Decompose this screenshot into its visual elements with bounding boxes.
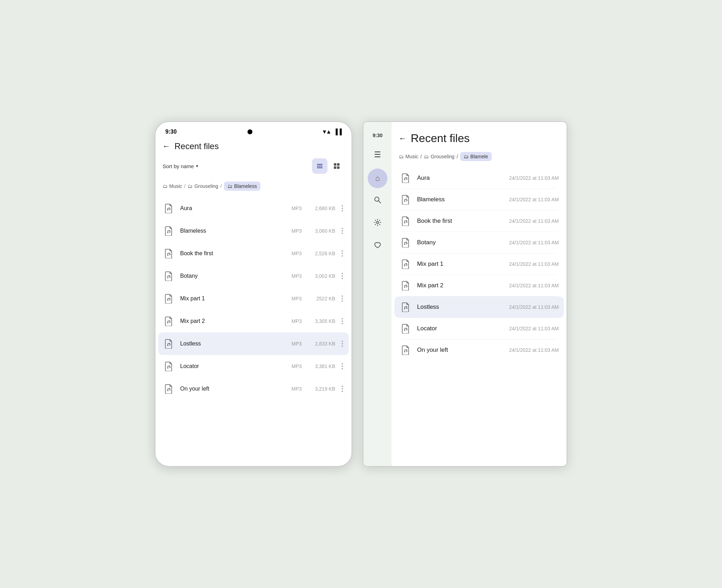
tablet-file-item[interactable]: On your left 24/1/2022 at 11:03 AM [394,339,564,361]
tablet-file-item[interactable]: Locator 24/1/2022 at 11:03 AM [394,318,564,339]
more-button[interactable] [340,341,344,347]
grid-view-button[interactable] [329,158,344,174]
phone-file-item[interactable]: Blameless MP3 3,060 KB [158,220,349,242]
dot-3 [342,233,343,234]
tablet-bc-grouseling[interactable]: 🗂 Grouseling [424,154,454,159]
file-name: Mix part 1 [180,295,287,302]
phone-file-item[interactable]: Locator MP3 3,381 KB [158,355,349,378]
tablet-bc-music-label: Music [405,154,418,159]
tablet-main: ← Recent files 🗂 Music / 🗂 Grouseling / … [392,122,567,466]
dot-1 [342,295,343,297]
hamburger-icon[interactable]: ☰ [371,147,385,163]
nav-item-favorites[interactable] [368,236,387,256]
more-button[interactable] [340,386,344,392]
phone-file-item[interactable]: Lostless MP3 2,833 KB [158,332,349,355]
dot-1 [342,363,343,365]
tablet-file-item[interactable]: Aura 24/1/2022 at 11:03 AM [394,167,564,189]
svg-point-16 [170,299,171,300]
more-button[interactable] [340,318,344,324]
list-view-button[interactable] [312,158,328,174]
phone-toolbar: Sort by name ▾ [155,157,351,179]
tablet-frame: 9:30 ☰ ⌂ [363,121,567,467]
sort-button[interactable]: Sort by name ▾ [163,163,198,169]
file-name: On your left [180,386,287,392]
nav-item-home[interactable]: ⌂ [368,169,387,188]
nav-item-settings[interactable] [368,214,387,233]
svg-point-45 [406,351,408,352]
more-button[interactable] [340,295,344,302]
svg-point-10 [170,232,171,233]
file-name: Aura [180,205,287,212]
tablet-bc-music[interactable]: 🗂 Music [399,154,418,159]
phone-file-item[interactable]: Mix part 2 MP3 3,305 KB [158,310,349,332]
svg-rect-6 [337,166,339,169]
nav-item-search[interactable] [368,191,387,211]
tablet-file-date: 24/1/2022 at 11:03 AM [509,197,559,202]
breadcrumb-item-blameless[interactable]: 🗂 Blameless [224,182,261,191]
phone-breadcrumb: 🗂 Music / 🗂 Grouseling / 🗂 Blameless [155,179,351,197]
more-button[interactable] [340,363,344,369]
file-size: 3,060 KB [311,228,335,234]
file-icon [163,292,175,305]
svg-rect-0 [317,164,323,165]
phone-file-item[interactable]: Aura MP3 2,680 KB [158,197,349,220]
tablet-file-item[interactable]: Blameless 24/1/2022 at 11:03 AM [394,189,564,210]
svg-point-39 [406,286,408,287]
svg-point-8 [170,209,171,210]
svg-point-28 [404,179,405,180]
tablet-file-name: Botany [417,239,504,246]
dot-2 [342,253,343,254]
svg-point-18 [170,322,171,323]
sort-label: Sort by name [163,163,194,169]
phone-file-item[interactable]: Botany MP3 3,002 KB [158,265,349,287]
tablet-page-title: Recent files [411,132,470,145]
file-icon [163,247,175,260]
svg-point-21 [167,368,169,369]
more-button[interactable] [340,250,344,257]
nav-rail: 9:30 ☰ ⌂ [363,122,392,466]
tablet-app-header: ← Recent files [392,130,567,151]
svg-point-32 [404,222,405,223]
file-size: 2,833 KB [311,341,335,347]
more-button[interactable] [340,205,344,212]
svg-point-23 [167,390,169,391]
tablet-file-icon [399,238,412,247]
dot-3 [342,255,343,257]
grid-view-icon [333,163,340,170]
tablet-file-item[interactable]: Lostless 24/1/2022 at 11:03 AM [394,296,564,318]
file-name: Botany [180,273,287,279]
breadcrumb-music-label: Music [169,183,182,189]
breadcrumb-item-grouseling[interactable]: 🗂 Grouseling [188,183,218,189]
file-type: MP3 [292,386,306,392]
svg-point-44 [404,351,405,353]
breadcrumb-item-music[interactable]: 🗂 Music [163,183,182,189]
tablet-bc-blameless-label: Blamele [470,154,488,159]
more-button[interactable] [340,273,344,279]
phone-file-item[interactable]: On your left MP3 3,219 KB [158,378,349,400]
tablet-file-item[interactable]: Mix part 1 24/1/2022 at 11:03 AM [394,253,564,275]
dot-2 [342,275,343,277]
tablet-file-icon [399,173,412,183]
dot-1 [342,318,343,319]
tablet-bc-grouseling-label: Grouseling [430,154,454,159]
tablet-file-item[interactable]: Botany 24/1/2022 at 11:03 AM [394,232,564,253]
tablet-bc-blameless[interactable]: 🗂 Blamele [460,152,492,161]
dot-1 [342,250,343,252]
tablet-file-name: Lostless [417,304,504,311]
file-size: 2,680 KB [311,206,335,211]
folder-icon: 🗂 [163,183,167,189]
heart-icon [374,241,381,251]
phone-file-item[interactable]: Mix part 1 MP3 2522 KB [158,287,349,310]
tablet-file-icon [399,216,412,226]
tablet-file-item[interactable]: Book the first 24/1/2022 at 11:03 AM [394,210,564,232]
phone-file-item[interactable]: Book the first MP3 2,526 KB [158,242,349,265]
back-button[interactable]: ← [163,142,170,151]
tablet-file-date: 24/1/2022 at 11:03 AM [509,326,559,331]
tablet-back-button[interactable]: ← [399,134,406,143]
more-button[interactable] [340,228,344,234]
tablet-file-list: Aura 24/1/2022 at 11:03 AM Blameless 24/… [392,167,567,466]
tablet-file-item[interactable]: Mix part 2 24/1/2022 at 11:03 AM [394,275,564,296]
status-icons: ▾▲ ▐▐ [323,128,342,135]
dot-3 [342,300,343,302]
tablet-file-name: Book the first [417,218,504,225]
